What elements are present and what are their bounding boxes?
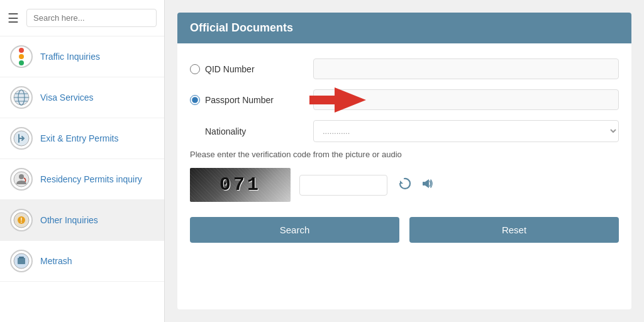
hamburger-icon[interactable]: ☰	[8, 11, 19, 26]
sidebar-item-metrash[interactable]: Metrash	[0, 241, 164, 282]
audio-captcha-button[interactable]	[419, 175, 435, 195]
visa-icon	[10, 86, 33, 109]
sidebar-item-label-exit: Exit & Entry Permits	[40, 133, 118, 143]
main-content: Official Documents QID Number Passport N…	[165, 0, 644, 322]
passport-row: Passport Number	[190, 89, 619, 110]
svg-rect-16	[423, 182, 425, 186]
documents-panel: Official Documents QID Number Passport N…	[177, 13, 631, 309]
sidebar-item-residency[interactable]: Residency Permits inquiry	[0, 159, 164, 200]
refresh-captcha-button[interactable]	[396, 175, 413, 195]
nationality-select[interactable]: ............	[313, 120, 619, 142]
passport-input[interactable]	[313, 89, 619, 110]
other-svg: !	[13, 211, 30, 229]
traffic-light-icon	[10, 45, 33, 68]
reset-button[interactable]: Reset	[409, 217, 619, 243]
sidebar-item-traffic[interactable]: Traffic Inquiries	[0, 36, 164, 77]
svg-rect-13	[19, 257, 24, 258]
panel-header: Official Documents	[177, 13, 631, 43]
sidebar-item-visa[interactable]: Visa Services	[0, 77, 164, 118]
residency-icon	[10, 168, 33, 191]
qid-row: QID Number	[190, 58, 619, 79]
search-input[interactable]	[26, 9, 157, 27]
sidebar-item-label-metrash: Metrash	[40, 256, 72, 266]
svg-point-7	[19, 174, 24, 179]
refresh-icon	[397, 177, 411, 191]
nationality-label: Nationality	[190, 126, 303, 136]
verification-text: Please enter the verification code from …	[190, 150, 619, 159]
svg-text:!: !	[20, 217, 22, 224]
sidebar-item-label-visa: Visa Services	[40, 92, 94, 103]
sidebar-item-label-residency: Residency Permits inquiry	[40, 174, 142, 184]
sidebar-item-label-other: Other Inquiries	[40, 215, 98, 225]
sidebar: ☰ Traffic Inquiries Visa Services	[0, 0, 165, 322]
captcha-value: 071	[219, 174, 261, 196]
metrash-icon	[10, 250, 33, 272]
search-button[interactable]: Search	[190, 217, 399, 243]
svg-marker-17	[425, 179, 429, 188]
residency-svg	[13, 170, 30, 188]
metrash-svg	[13, 252, 30, 270]
button-row: Search Reset	[190, 217, 619, 243]
exit-icon	[10, 127, 33, 150]
svg-rect-12	[18, 258, 25, 264]
qid-radio[interactable]	[190, 64, 200, 74]
captcha-image: 071	[190, 168, 291, 202]
sidebar-item-label-traffic: Traffic Inquiries	[40, 52, 100, 62]
svg-marker-15	[400, 180, 403, 184]
captcha-actions	[396, 175, 435, 195]
panel-title: Official Documents	[190, 21, 293, 34]
other-icon: !	[10, 209, 33, 231]
sidebar-item-exit[interactable]: Exit & Entry Permits	[0, 118, 164, 159]
passport-label[interactable]: Passport Number	[190, 95, 303, 105]
panel-body: QID Number Passport Number Nationality	[177, 43, 631, 258]
qid-label[interactable]: QID Number	[190, 64, 303, 74]
captcha-row: 071	[190, 168, 619, 202]
exit-svg	[13, 130, 30, 147]
visa-svg	[13, 89, 30, 106]
sidebar-header: ☰	[0, 0, 164, 36]
nationality-row: Nationality ............	[190, 120, 619, 142]
sidebar-item-other[interactable]: ! Other Inquiries	[0, 200, 164, 241]
qid-input[interactable]	[313, 58, 619, 79]
passport-radio[interactable]	[190, 95, 200, 105]
captcha-input[interactable]	[299, 175, 387, 196]
audio-icon	[420, 177, 434, 191]
